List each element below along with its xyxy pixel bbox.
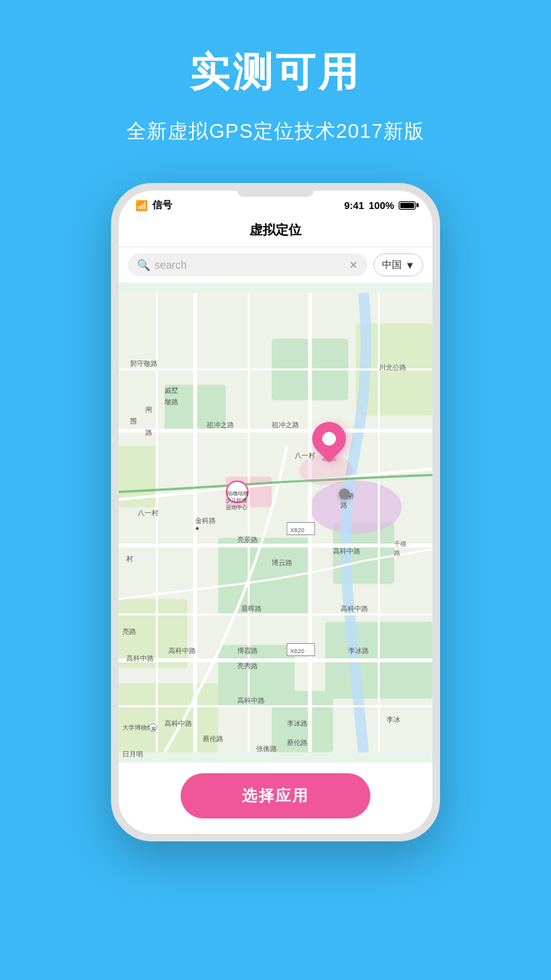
svg-text:晨晖路: 晨晖路 xyxy=(241,605,262,612)
pin-base-marker xyxy=(339,488,350,499)
search-input[interactable]: search xyxy=(155,259,344,271)
nav-title: 虚拟定位 xyxy=(249,221,302,239)
svg-text:亮景路: 亮景路 xyxy=(237,536,258,544)
phone-notch xyxy=(237,191,314,197)
svg-text:大学博物馆: 大学博物馆 xyxy=(122,724,153,731)
svg-text:博云路: 博云路 xyxy=(272,559,292,567)
svg-text:戚墅: 戚墅 xyxy=(165,387,178,394)
svg-text:路: 路 xyxy=(145,429,152,436)
nav-bar: 虚拟定位 xyxy=(119,217,432,247)
bottom-button-container: 选择应用 xyxy=(119,763,432,834)
svg-text:高科中路: 高科中路 xyxy=(168,647,196,655)
top-section: 实测可用 全新虚拟GPS定位技术2017新版 xyxy=(0,0,551,145)
svg-text:高科中路: 高科中路 xyxy=(237,697,265,704)
svg-point-11 xyxy=(310,481,402,534)
svg-text:路: 路 xyxy=(394,550,400,557)
country-label: 中国 xyxy=(382,258,402,272)
svg-text:蔡伦路: 蔡伦路 xyxy=(287,739,308,746)
pin-body xyxy=(305,415,353,462)
svg-text:博霞路: 博霞路 xyxy=(237,647,258,655)
svg-text:围: 围 xyxy=(130,417,137,425)
svg-text:高科中路: 高科中路 xyxy=(341,605,368,612)
svg-text:高科中路: 高科中路 xyxy=(333,547,360,555)
time-text: 9:41 xyxy=(344,200,364,211)
svg-text:X620: X620 xyxy=(290,648,305,655)
signal-text: 信号 xyxy=(152,198,172,212)
svg-text:日月明: 日月明 xyxy=(122,750,143,758)
svg-text:亮秀路: 亮秀路 xyxy=(237,662,258,670)
map-svg: 郭守敬路 祖冲之路 祖冲之路 亮景路 博云路 晨晖路 博霞路 亮秀路 高科中路 … xyxy=(119,283,432,763)
battery-icon xyxy=(399,201,416,210)
phone-mockup: 📶 信号 9:41 100% 虚拟定位 🔍 search ✕ 中国 xyxy=(111,183,440,841)
svg-text:🏛: 🏛 xyxy=(152,726,156,731)
country-button[interactable]: 中国 ▼ xyxy=(373,253,423,276)
sub-title: 全新虚拟GPS定位技术2017新版 xyxy=(126,118,425,145)
svg-text:祖冲之路: 祖冲之路 xyxy=(272,421,299,429)
svg-text:川北公路: 川北公路 xyxy=(379,364,406,371)
svg-text:千禧: 千禧 xyxy=(394,541,406,547)
status-right: 9:41 100% xyxy=(344,200,416,211)
svg-text:李冰路: 李冰路 xyxy=(287,720,308,727)
main-title: 实测可用 xyxy=(190,46,361,100)
svg-text:高科中路: 高科中路 xyxy=(165,720,192,727)
svg-text:蔡伦路: 蔡伦路 xyxy=(203,735,223,743)
svg-text:运动中心: 运动中心 xyxy=(226,505,247,510)
svg-text:村: 村 xyxy=(126,555,133,563)
svg-text:高科中路: 高科中路 xyxy=(126,655,154,662)
svg-text:金科路: 金科路 xyxy=(195,517,216,524)
svg-text:郭守敬路: 郭守敬路 xyxy=(130,360,158,368)
svg-text:X620: X620 xyxy=(290,527,305,534)
svg-text:闸: 闸 xyxy=(145,406,152,413)
chevron-down-icon: ▼ xyxy=(405,260,415,271)
pin-center xyxy=(319,430,338,449)
svg-text:亮路: 亮路 xyxy=(122,628,136,635)
phone-inner: 📶 信号 9:41 100% 虚拟定位 🔍 search ✕ 中国 xyxy=(119,191,432,834)
search-icon: 🔍 xyxy=(137,259,150,271)
svg-text:李冰路: 李冰路 xyxy=(348,647,369,655)
clear-icon[interactable]: ✕ xyxy=(349,259,358,271)
status-left: 📶 信号 xyxy=(135,198,172,212)
map-container[interactable]: 郭守敬路 祖冲之路 祖冲之路 亮景路 博云路 晨晖路 博霞路 亮秀路 高科中路 … xyxy=(119,283,432,763)
search-input-wrap[interactable]: 🔍 search ✕ xyxy=(128,253,367,276)
svg-text:祖冲之路: 祖冲之路 xyxy=(207,421,234,429)
search-bar-container: 🔍 search ✕ 中国 ▼ xyxy=(119,247,432,283)
battery-fill xyxy=(400,203,414,208)
svg-text:少儿轮滑: 少儿轮滑 xyxy=(226,498,247,504)
location-pin[interactable] xyxy=(312,422,346,465)
svg-text:●: ● xyxy=(195,524,199,532)
svg-text:李冰: 李冰 xyxy=(386,716,400,724)
battery-text: 100% xyxy=(369,200,394,211)
wifi-icon: 📶 xyxy=(135,200,148,211)
svg-text:张衡路: 张衡路 xyxy=(256,745,277,753)
select-app-button[interactable]: 选择应用 xyxy=(181,773,370,818)
svg-text:路: 路 xyxy=(341,501,347,509)
svg-text:墩路: 墩路 xyxy=(164,398,178,406)
svg-text:咕噜咕噜: 咕噜咕噜 xyxy=(227,491,249,496)
svg-text:八一村: 八一村 xyxy=(138,509,158,517)
